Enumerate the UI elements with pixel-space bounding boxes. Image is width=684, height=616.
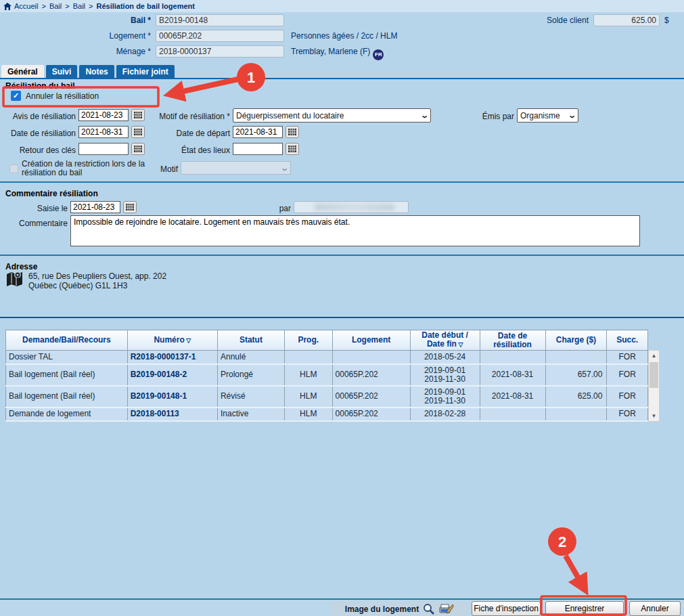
calendar-icon[interactable] xyxy=(131,126,145,138)
table-cell: HLM xyxy=(284,386,332,408)
fiche-inspection-button[interactable]: Fiche d'inspection xyxy=(472,601,541,616)
motif-select: ⌄ xyxy=(181,161,291,175)
etat-lieux-input[interactable] xyxy=(233,143,283,155)
annuler-resiliation-checkbox[interactable] xyxy=(11,91,21,101)
calendar-icon[interactable] xyxy=(131,143,145,155)
motif-resiliation-label: Motif de résiliation * xyxy=(143,112,230,121)
numero-link[interactable]: R2018-0000137-1 xyxy=(127,351,217,364)
tab-fichier-joint[interactable]: Fichier joint xyxy=(116,65,175,78)
table-scrollbar[interactable]: ▲ ▼ xyxy=(648,350,660,422)
column-header[interactable]: Logement xyxy=(332,330,410,351)
tab-notes[interactable]: Notes xyxy=(79,65,114,78)
table-cell: 657.00 xyxy=(545,364,607,386)
annotation-arrow-2 xyxy=(566,556,585,589)
tab-suivi[interactable]: Suivi xyxy=(46,65,78,78)
table-cell xyxy=(284,351,332,364)
motif-resiliation-value: Déguerpissement du locataire xyxy=(236,111,344,120)
avis-resiliation-input[interactable] xyxy=(78,109,129,121)
table-row[interactable]: Bail logement (Bail réel)B2019-00148-1Ré… xyxy=(6,386,648,408)
calendar-icon[interactable] xyxy=(286,126,299,138)
saisie-le-input[interactable] xyxy=(70,201,120,213)
table-header-row: Demande/Bail/RecoursNuméro ▽StatutProg.L… xyxy=(6,330,648,351)
date-depart-input[interactable] xyxy=(233,126,283,138)
column-header[interactable]: Date début / Date fin ▽ xyxy=(410,330,480,351)
calendar-icon[interactable] xyxy=(286,143,299,155)
section-title-resiliation: Résiliation du bail xyxy=(5,81,75,91)
table-cell: 00065P.202 xyxy=(332,386,410,408)
table-cell: 2021-08-31 xyxy=(480,386,545,408)
annotation-badge-2 xyxy=(548,527,576,556)
table-cell: 2018-02-28 xyxy=(410,408,480,421)
scrollbar-thumb[interactable] xyxy=(649,362,658,388)
column-header[interactable]: Statut xyxy=(217,330,284,351)
breadcrumb-item[interactable]: Bail xyxy=(73,2,85,10)
emis-par-value: Organisme xyxy=(520,111,560,120)
column-header[interactable]: Demande/Bail/Recours xyxy=(6,330,128,351)
breadcrumb-separator: > xyxy=(89,2,93,10)
numero-link[interactable]: B2019-00148-1 xyxy=(127,386,217,408)
column-header[interactable]: Numéro ▽ xyxy=(127,330,217,351)
chevron-down-icon: ⌄ xyxy=(420,111,429,120)
table-cell: Bail logement (Bail réel) xyxy=(6,386,128,408)
adresse-line2: Québec (Québec) G1L 1H3 xyxy=(28,281,127,290)
table-cell xyxy=(480,351,545,364)
annuler-button[interactable]: Annuler xyxy=(629,601,681,616)
table-cell: Révisé xyxy=(217,386,284,408)
commentaire-label: Commentaire xyxy=(0,219,68,228)
tab-général[interactable]: Général xyxy=(1,65,44,78)
menage-info: Tremblay, Marlene (F)FR xyxy=(291,47,384,60)
map-pin-icon xyxy=(5,270,24,290)
enregistrer-button[interactable]: Enregistrer xyxy=(545,601,624,616)
home-icon[interactable] xyxy=(3,3,12,10)
date-resiliation-input[interactable] xyxy=(78,126,129,138)
bail-label: Bail * xyxy=(5,16,151,25)
table-cell: Dossier TAL xyxy=(6,351,128,364)
retour-cles-input[interactable] xyxy=(78,143,129,155)
scroll-down-icon[interactable]: ▼ xyxy=(649,411,659,421)
breadcrumb-current: Résiliation de bail logement xyxy=(96,2,194,10)
image-logement-group: Image du logement xyxy=(330,602,469,616)
calendar-icon[interactable] xyxy=(123,201,137,213)
breadcrumb-item[interactable]: Bail xyxy=(49,2,62,10)
currency-symbol: $ xyxy=(664,16,669,25)
tab-bar: GénéralSuiviNotesFichier joint xyxy=(0,65,684,79)
calendar-icon[interactable] xyxy=(131,109,145,121)
column-header[interactable]: Charge ($) xyxy=(545,330,607,351)
table-cell: 625.00 xyxy=(545,386,607,408)
etat-lieux-label: État des lieux xyxy=(143,146,230,155)
annotation-overlay: 1 2 xyxy=(0,0,684,616)
creation-restriction-checkbox[interactable] xyxy=(9,164,18,173)
avis-resiliation-label: Avis de résiliation xyxy=(0,112,76,121)
table-row[interactable]: Bail logement (Bail réel)B2019-00148-2Pr… xyxy=(6,364,648,386)
breadcrumb-item[interactable]: Accueil xyxy=(14,2,38,10)
image-logement-label: Image du logement xyxy=(345,604,419,614)
table-cell: 2021-08-31 xyxy=(480,364,545,386)
language-badge: FR xyxy=(373,49,384,60)
section-title-commentaire: Commentaire résiliation xyxy=(5,189,98,198)
emis-par-select[interactable]: Organisme ⌄ xyxy=(517,108,578,123)
column-header[interactable]: Succ. xyxy=(607,330,648,351)
table-cell xyxy=(332,351,410,364)
emis-par-label: Émis par xyxy=(467,112,514,121)
motif-resiliation-select[interactable]: Déguerpissement du locataire ⌄ xyxy=(233,108,431,123)
column-header[interactable]: Date de résiliation xyxy=(480,330,545,351)
scroll-up-icon[interactable]: ▲ xyxy=(649,351,659,361)
bail-field xyxy=(156,14,284,26)
print-edit-icon[interactable] xyxy=(439,603,454,615)
numero-link[interactable]: B2019-00148-2 xyxy=(127,364,217,386)
magnifier-icon[interactable] xyxy=(423,603,435,615)
table-row[interactable]: Dossier TALR2018-0000137-1Annulé2018-05-… xyxy=(6,351,648,364)
table-cell: Demande de logement xyxy=(6,408,128,421)
table-row[interactable]: Demande de logementD2018-00113InactiveHL… xyxy=(6,408,648,421)
table-cell xyxy=(480,408,545,421)
annuler-resiliation-label: Annuler la résiliation xyxy=(26,91,99,101)
table-cell: 2019-09-01 2019-11-30 xyxy=(410,364,480,386)
column-header[interactable]: Prog. xyxy=(284,330,332,351)
table-cell xyxy=(545,408,607,421)
numero-link[interactable]: D2018-00113 xyxy=(127,408,217,421)
separator xyxy=(0,255,684,256)
table-cell: 2018-05-24 xyxy=(410,351,480,364)
commentaire-textarea[interactable]: Impossible de rejoindre le locataire. Lo… xyxy=(70,215,640,246)
logement-info: Personnes âgées / 2cc / HLM xyxy=(291,31,397,41)
creation-restriction-label: Création de la restriction lors de la ré… xyxy=(22,160,159,177)
